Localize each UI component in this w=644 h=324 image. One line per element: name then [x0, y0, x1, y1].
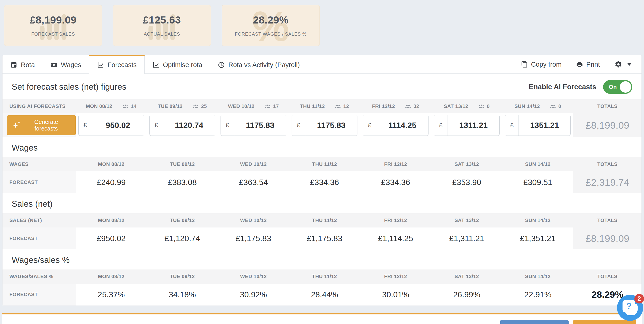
stat-label: FORECAST SALES	[31, 31, 75, 37]
people-icon	[122, 103, 128, 110]
chart-line-icon	[97, 61, 104, 68]
copy-from-button[interactable]: Copy from	[521, 61, 562, 68]
day-label: MON 08/12	[76, 274, 147, 280]
wages-sales-value: 34.18%	[147, 290, 218, 299]
action-footer: Save changes ✓ Publish Rota	[2, 313, 642, 324]
wages-value: £240.99	[76, 178, 147, 187]
tab-label: Optimise rota	[163, 61, 202, 69]
sales-value: £950.02	[76, 234, 147, 243]
printer-icon	[576, 61, 583, 68]
wages-sales-value: 30.01%	[360, 290, 431, 299]
sparkles-icon	[12, 122, 19, 129]
wages-sales-header-row: WAGES/SALES % MON 08/12 TUE 09/12 WED 10…	[2, 270, 642, 284]
sales-forecast-row: FORECAST £950.02 £1,120.74 £1,175.83 £1,…	[2, 227, 642, 249]
day-label: THU 11/12	[289, 161, 360, 167]
forecast-input-cell: £	[289, 115, 360, 136]
forecast-input-wed[interactable]	[234, 115, 286, 136]
forecast-header-row: USING AI FORECASTS MON 08/12 14 TUE 09/1…	[2, 99, 642, 113]
day-label: FRI 12/12	[360, 161, 431, 167]
stat-card-wages-sales-pct: % 28.29% FORECAST WAGES / SALES %	[222, 5, 320, 46]
wages-value: £363.54	[218, 178, 289, 187]
tab-bar: Rota Wages Forecasts Optimise rota Rota …	[2, 55, 642, 74]
row-label: FORECAST	[2, 171, 76, 193]
day-label: MON 08/12	[86, 103, 112, 109]
day-label: SAT 13/12	[431, 274, 502, 280]
day-label: SUN 14/12	[502, 161, 574, 167]
forecast-inputs-row: Generate forecasts £ £ £ £ £ £ £ £8,199.…	[2, 113, 642, 137]
row-label: FORECAST	[2, 227, 76, 249]
day-label: SAT 13/12	[444, 103, 468, 109]
wages-value: £353.90	[431, 178, 502, 187]
day-label: TUE 09/12	[147, 274, 218, 280]
sales-value: £1,114.25	[360, 234, 431, 243]
day-header: FRI 12/12 32	[360, 103, 431, 110]
staff-count: 0	[550, 103, 561, 110]
day-header: WED 10/12 17	[218, 103, 289, 110]
stat-card-actual-sales: £125.63 ACTUAL SALES	[113, 5, 211, 46]
section-title-sales: Sales (net)	[2, 193, 642, 213]
stat-card-forecast-sales: £8,199.09 FORECAST SALES	[4, 5, 102, 46]
generate-forecasts-button[interactable]: Generate forecasts	[7, 115, 76, 135]
staff-count-value: 14	[131, 103, 136, 109]
forecasts-panel: Rota Wages Forecasts Optimise rota Rota …	[2, 55, 642, 306]
totals-header: TOTALS	[574, 161, 642, 167]
forecast-input-thu[interactable]	[305, 115, 357, 136]
forecast-input-mon[interactable]	[92, 115, 144, 136]
wages-forecast-row: FORECAST £240.99 £383.08 £363.54 £334.36…	[2, 171, 642, 193]
wages-header-row: WAGES MON 08/12 TUE 09/12 WED 10/12 THU …	[2, 157, 642, 171]
day-label: WED 10/12	[218, 161, 289, 167]
forecast-input-fri[interactable]	[376, 115, 428, 136]
day-label: THU 11/12	[289, 274, 360, 280]
ai-header-label: USING AI FORECASTS	[2, 103, 76, 109]
settings-dropdown[interactable]	[614, 60, 632, 68]
section-title-wages-sales-pct: Wages/sales %	[2, 249, 642, 270]
staff-count-value: 0	[487, 103, 490, 109]
gear-icon	[614, 60, 622, 68]
day-label: TUE 09/12	[147, 161, 218, 167]
ai-forecasts-toggle[interactable]: On	[603, 80, 632, 94]
tab-optimise-rota[interactable]: Optimise rota	[145, 55, 210, 73]
toggle-knob	[620, 81, 631, 93]
currency-addon: £	[78, 115, 92, 136]
publish-rota-button[interactable]: ✓ Publish Rota	[573, 320, 636, 324]
stat-value: £8,199.09	[30, 14, 76, 26]
forecast-input-tue[interactable]	[163, 115, 215, 136]
day-label: THU 11/12	[289, 217, 360, 223]
toolbar: Copy from Print	[521, 55, 642, 73]
print-button[interactable]: Print	[576, 61, 600, 68]
wages-value: £309.51	[502, 178, 574, 187]
copy-icon	[521, 61, 528, 68]
heading-row: Set forecast sales (net) figures Enable …	[2, 74, 642, 99]
tab-wages[interactable]: Wages	[42, 55, 89, 73]
row-label: FORECAST	[2, 284, 76, 306]
staff-count: 17	[265, 103, 279, 110]
question-mark-icon: ?	[622, 300, 635, 313]
staff-count-value: 0	[558, 103, 561, 109]
chevron-down-icon	[627, 63, 632, 66]
day-label: MON 08/12	[76, 217, 147, 223]
staff-count: 12	[335, 103, 349, 110]
save-changes-button[interactable]: Save changes	[500, 320, 568, 324]
tab-label: Rota vs Activity (Payroll)	[228, 61, 300, 69]
people-icon	[550, 103, 556, 110]
forecast-input-sun[interactable]	[518, 115, 570, 136]
tab-rota-vs-activity[interactable]: Rota vs Activity (Payroll)	[210, 55, 308, 73]
help-chat-button[interactable]: ? 2	[617, 295, 643, 321]
staff-count-value: 12	[343, 103, 349, 109]
forecast-input-cell: £	[502, 115, 574, 136]
currency-addon: £	[434, 115, 448, 136]
day-header: MON 08/12 14	[76, 103, 147, 110]
forecast-input-sat[interactable]	[448, 115, 499, 136]
tab-rota[interactable]: Rota	[2, 55, 42, 73]
wages-value: £334.36	[289, 178, 360, 187]
forecast-input-cell: £	[76, 115, 147, 136]
people-icon	[265, 103, 271, 110]
wages-value: £334.36	[360, 178, 431, 187]
wages-sales-value: 28.44%	[289, 290, 360, 299]
day-label: SUN 14/12	[502, 274, 574, 280]
forecast-input-cell: £	[218, 115, 289, 136]
chart-line-icon	[152, 61, 160, 68]
section-title-wages: Wages	[2, 137, 642, 157]
totals-header: TOTALS	[574, 217, 642, 223]
tab-forecasts[interactable]: Forecasts	[89, 55, 144, 73]
